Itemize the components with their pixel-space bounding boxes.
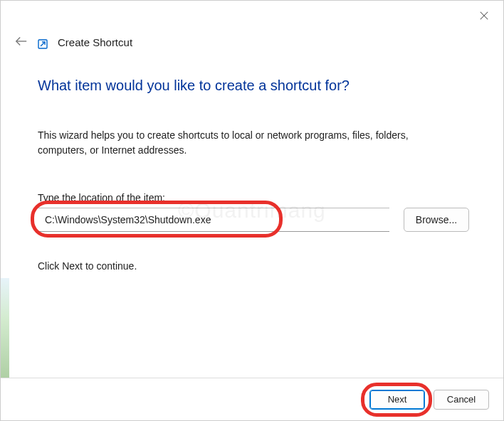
close-button[interactable] [479,11,490,22]
close-icon [479,11,489,21]
location-label: Type the location of the item: [38,192,469,203]
dialog-title: Create Shortcut [58,36,132,48]
description-text: This wizard helps you to create shortcut… [38,128,436,158]
continue-hint: Click Next to continue. [38,260,469,272]
dialog-content: What item would you like to create a sho… [1,49,503,272]
next-button-wrap: Next [369,390,425,410]
dialog-footer: Next Cancel [1,378,503,420]
page-heading: What item would you like to create a sho… [38,78,469,94]
create-shortcut-dialog: Create Shortcut What item would you like… [0,0,504,421]
location-input[interactable] [38,208,389,232]
shortcut-icon [38,39,48,49]
back-button[interactable] [15,36,28,48]
location-input-wrap [38,208,389,232]
location-input-row: Browse... [38,208,469,232]
cancel-button[interactable]: Cancel [434,390,489,410]
dialog-header: Create Shortcut [1,1,503,49]
background-decor [1,278,9,378]
browse-button[interactable]: Browse... [404,208,469,232]
back-arrow-icon [15,36,28,47]
svg-line-4 [41,42,45,46]
next-button[interactable]: Next [369,390,425,410]
